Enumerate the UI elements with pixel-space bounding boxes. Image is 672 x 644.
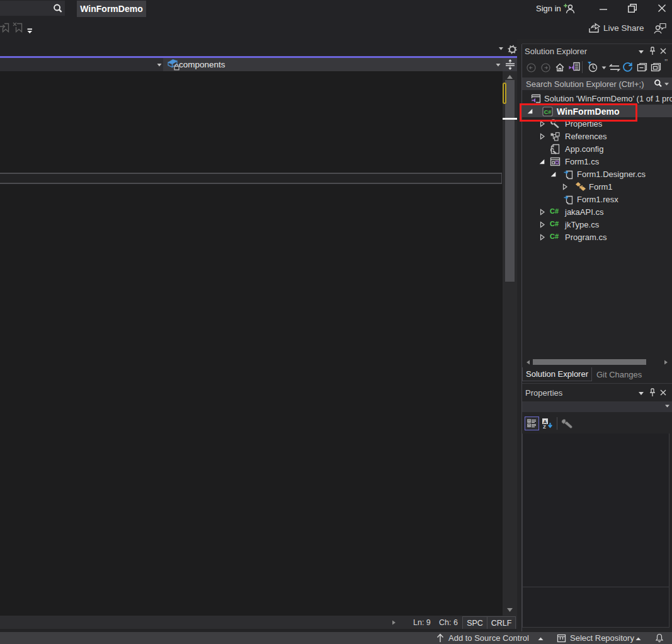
svg-text:Z: Z xyxy=(543,424,546,429)
